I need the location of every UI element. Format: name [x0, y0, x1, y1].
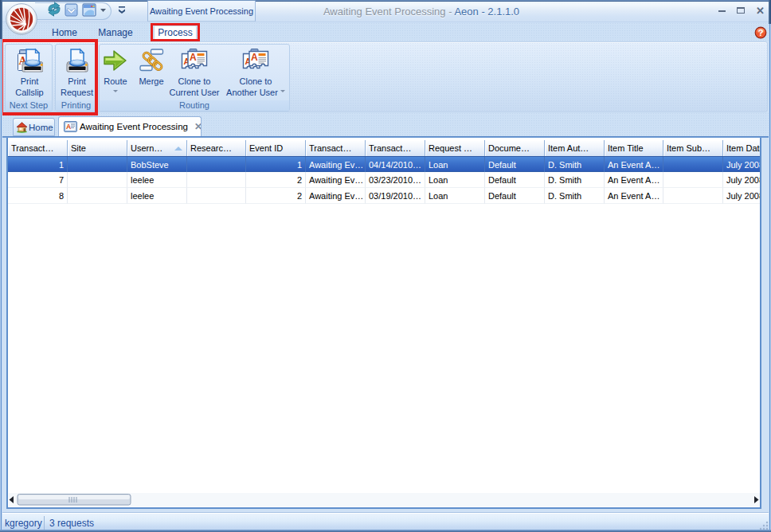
svg-text:A: A	[66, 123, 71, 131]
svg-text:A: A	[251, 52, 258, 63]
svg-text:?: ?	[758, 28, 764, 37]
svg-text:A: A	[190, 52, 197, 63]
